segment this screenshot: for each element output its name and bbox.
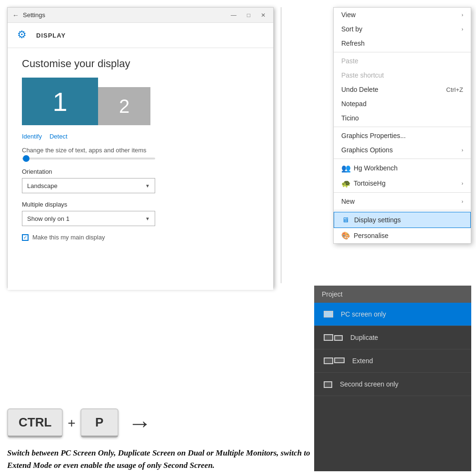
project-label-second-only: Second screen only <box>340 380 398 388</box>
project-title: Project <box>322 290 343 298</box>
ctx-separator-5 <box>334 210 471 210</box>
ctx-graphics-properties[interactable]: Graphics Properties... <box>334 129 471 143</box>
ctx-hg-label: Hg Workbench <box>354 164 397 172</box>
window-controls: — □ ✕ <box>228 11 268 20</box>
back-button[interactable]: ← <box>12 11 19 19</box>
ctx-gfx-props-label: Graphics Properties... <box>341 132 406 139</box>
project-item-duplicate[interactable]: Duplicate <box>314 326 471 349</box>
ctx-undo-label: Undo Delete <box>341 86 378 93</box>
display-settings-icon: 🖥 <box>342 216 350 224</box>
main-display-checkbox[interactable]: ✓ <box>22 234 29 241</box>
ctx-view[interactable]: View › <box>334 8 471 22</box>
project-label-extend: Extend <box>352 357 373 365</box>
identify-link[interactable]: Identify <box>22 133 42 140</box>
ctx-undo-shortcut: Ctrl+Z <box>446 86 463 93</box>
ctx-separator-4 <box>334 192 471 193</box>
ctx-notepad[interactable]: Notepad <box>334 97 471 111</box>
ctx-paste: Paste <box>334 54 471 68</box>
settings-window: ← Settings — □ ✕ ⚙ DISPLAY Customise you… <box>7 7 274 288</box>
display-preview: 1 2 <box>22 78 259 125</box>
close-button[interactable]: ✕ <box>258 11 268 20</box>
bottom-left-area: CTRL + P → Switch between PC Screen Only… <box>7 408 312 471</box>
tortoise-icon: 🐢 <box>341 179 350 188</box>
ctx-personalise-label: Personalise <box>354 232 388 239</box>
ctx-tortoisehg[interactable]: 🐢 TortoiseHg › <box>334 176 471 191</box>
p-key: P <box>80 408 119 437</box>
ctx-separator-1 <box>334 52 471 52</box>
text-size-label: Change the size of text, apps and other … <box>22 147 259 154</box>
ctx-graphics-options[interactable]: Graphics Options › <box>334 143 471 157</box>
chevron-right-icon-4: › <box>462 181 463 186</box>
pc-only-icon <box>324 311 333 317</box>
ctx-view-label: View <box>341 11 356 19</box>
description-text: Switch between PC Screen Only, Duplicate… <box>7 447 312 471</box>
main-display-row: ✓ Make this my main display <box>22 234 259 241</box>
project-item-pc-only[interactable]: PC screen only <box>314 303 471 326</box>
chevron-right-icon-2: › <box>462 27 463 32</box>
ctx-separator-3 <box>334 159 471 159</box>
chevron-right-icon-5: › <box>462 199 463 204</box>
ctx-paste-label: Paste <box>341 57 358 65</box>
ctx-separator-2 <box>334 127 471 127</box>
settings-section-title: DISPLAY <box>36 32 66 39</box>
title-bar: ← Settings — □ ✕ <box>8 8 273 23</box>
ctx-personalise[interactable]: 🎨 Personalise <box>334 228 471 243</box>
ctrl-key: CTRL <box>7 408 63 437</box>
settings-header: ⚙ DISPLAY <box>8 23 273 48</box>
context-menu: View › Sort by › Refresh Paste Paste sho… <box>333 7 471 244</box>
ctx-hg-left: 👥 Hg Workbench <box>341 164 397 172</box>
text-size-slider-track <box>22 158 155 159</box>
multiple-displays-value: Show only on 1 <box>27 215 69 222</box>
ctx-refresh[interactable]: Refresh <box>334 36 471 50</box>
ctx-gfx-opts-label: Graphics Options <box>341 146 393 154</box>
orientation-value: Landscape <box>27 182 58 189</box>
project-item-extend[interactable]: Extend <box>314 349 471 373</box>
project-panel: Project PC screen only Duplicate Extend … <box>314 286 471 471</box>
hg-icon: 👥 <box>341 164 350 172</box>
settings-content: Customise your display 1 2 Identify Dete… <box>8 48 273 290</box>
personalise-icon: 🎨 <box>341 231 350 240</box>
orientation-section: Orientation Landscape ▼ <box>22 168 259 193</box>
project-label-duplicate: Duplicate <box>350 334 378 341</box>
ctx-hg-workbench[interactable]: 👥 Hg Workbench <box>334 160 471 176</box>
second-only-icon <box>324 380 332 388</box>
ctx-new-label: New <box>341 198 355 205</box>
text-size-slider-thumb[interactable] <box>23 155 30 162</box>
project-title-bar: Project <box>314 286 471 303</box>
detect-link[interactable]: Detect <box>50 133 68 140</box>
ctx-personalise-left: 🎨 Personalise <box>341 231 388 240</box>
page-title: Customise your display <box>22 58 259 70</box>
ctx-paste-shortcut: Paste shortcut <box>334 68 471 82</box>
chevron-right-icon-3: › <box>462 148 463 153</box>
multiple-displays-section: Multiple displays Show only on 1 ▼ <box>22 201 259 226</box>
ctx-display-label: Display settings <box>354 216 401 224</box>
ctx-new[interactable]: New › <box>334 194 471 208</box>
duplicate-icon <box>324 334 343 341</box>
plus-sign: + <box>68 416 75 431</box>
multiple-displays-label: Multiple displays <box>22 201 259 208</box>
orientation-label: Orientation <box>22 168 259 175</box>
ctx-sort-by[interactable]: Sort by › <box>334 22 471 36</box>
keyboard-shortcut-row: CTRL + P → <box>7 408 312 437</box>
ctx-display-settings[interactable]: 🖥 Display settings <box>334 212 471 228</box>
extend-icon <box>324 357 345 364</box>
maximize-button[interactable]: □ <box>244 11 253 20</box>
vertical-divider <box>281 7 281 283</box>
arrow-right-icon: → <box>128 409 152 437</box>
project-item-second-only[interactable]: Second screen only <box>314 373 471 396</box>
ctx-paste-shortcut-label: Paste shortcut <box>341 71 384 79</box>
identify-detect-row: Identify Detect <box>22 133 259 140</box>
ctx-undo-delete[interactable]: Undo Delete Ctrl+Z <box>334 82 471 97</box>
ctx-ticino[interactable]: Ticino <box>334 111 471 125</box>
window-title: Settings <box>23 11 228 19</box>
minimize-button[interactable]: — <box>228 11 239 20</box>
multiple-displays-dropdown[interactable]: Show only on 1 ▼ <box>22 211 155 226</box>
project-label-pc-only: PC screen only <box>341 310 386 318</box>
chevron-down-icon-2: ▼ <box>145 216 150 221</box>
ctx-tortoise-label: TortoiseHg <box>354 179 386 187</box>
gear-icon: ⚙ <box>17 29 30 42</box>
ctx-ticino-label: Ticino <box>341 114 359 122</box>
ctx-display-left: 🖥 Display settings <box>342 216 401 224</box>
orientation-dropdown[interactable]: Landscape ▼ <box>22 178 155 193</box>
ctx-sort-label: Sort by <box>341 25 362 33</box>
